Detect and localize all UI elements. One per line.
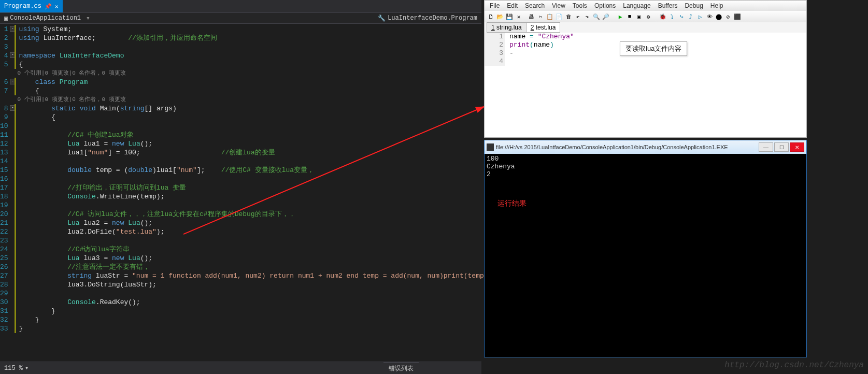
menu-buffers[interactable]: Buffers [655,1,681,10]
undo-icon[interactable]: ↶ [574,12,582,21]
file-tab[interactable]: 1 string.lua [487,22,527,33]
chevron-down-icon[interactable]: ▾ [25,364,29,372]
csharp-project-icon: ▣ [4,15,8,22]
close-button[interactable]: ✕ [790,142,804,152]
console-output: 100Czhenya2 [485,154,806,179]
nav-class[interactable]: 🔧 LuaInterfaceDemo.Program [374,15,481,22]
tab-bar: Program.cs 📌 ✕ [0,0,481,12]
lua-gutter: 1234 [485,33,505,66]
step-over-icon[interactable]: ⤵ [668,12,676,21]
pin-icon[interactable]: 📌 [45,3,52,10]
code-area[interactable]: using System;using LuaInterface; //添加引用，… [15,24,496,362]
stop-icon[interactable]: ■ [625,12,634,21]
line-gutter: 1-234-56-78-9101112131415161718192021222… [0,24,15,362]
result-annotation: 运行结果 [497,199,527,208]
error-list-tab[interactable]: 错误列表 [383,362,419,374]
watermark: http://blog.csdn.net/Czhenya [724,361,864,370]
console-title-text: file:///H:/vs 2015/LuaIntfaceDemo/Consol… [496,144,759,150]
step-into-icon[interactable]: ⤷ [677,12,686,21]
debug-icon[interactable]: 🐞 [659,12,667,21]
console-window: file:///H:/vs 2015/LuaIntfaceDemo/Consol… [484,140,807,357]
redo-icon[interactable]: ↷ [583,12,591,21]
clear-icon[interactable]: ⊘ [724,12,732,21]
maximize-button[interactable]: ☐ [774,142,789,152]
stop-debug-icon[interactable]: ⬛ [733,12,742,21]
menu-view[interactable]: View [549,1,568,10]
zoom-level[interactable]: 115 % [4,365,23,372]
terminal-icon[interactable]: ▣ [635,12,643,21]
callout-annotation: 要读取lua文件内容 [620,41,687,56]
save-icon[interactable]: 💾 [505,12,514,21]
console-titlebar[interactable]: file:///H:/vs 2015/LuaIntfaceDemo/Consol… [485,140,806,154]
menu-help[interactable]: Help [707,1,727,10]
print-icon[interactable]: 🖶 [527,12,535,21]
minimize-button[interactable]: — [759,142,773,152]
menu-debug[interactable]: Debug [681,1,706,10]
search-icon[interactable]: 🔍 [592,12,601,21]
close-icon[interactable]: ✕ [515,12,523,21]
breakpoint-icon[interactable]: ⬤ [715,12,723,21]
step-out-icon[interactable]: ⤴ [687,12,695,21]
menu-language[interactable]: Language [620,1,653,10]
continue-icon[interactable]: ▷ [696,12,704,21]
nav-project[interactable]: ▣ ConsoleApplication1 [0,15,85,22]
lua-editor-window: FileEditSearchViewToolsOptionsLanguageBu… [484,0,807,138]
lua-code[interactable]: name = "Czhenya"print(name)- [505,33,574,66]
tab-title: Program.cs [4,3,41,10]
close-icon[interactable]: ✕ [55,3,59,10]
chevron-down-icon[interactable]: ▾ [85,14,91,22]
menu-tools[interactable]: Tools [570,1,590,10]
file-tabs: 1 string.lua2 test.lua [485,22,806,33]
class-icon: 🔧 [378,15,386,22]
menu-edit[interactable]: Edit [504,1,521,10]
navigation-bar: ▣ ConsoleApplication1 ▾ 🔧 LuaInterfaceDe… [0,12,481,24]
toolbar: 🗋 📂 💾 ✕ 🖶 ✂ 📋 📄 🗑 ↶ ↷ 🔍 🔎 ▶ ■ ▣ ⚙ 🐞 ⤵ ⤷ … [485,11,806,22]
open-file-icon[interactable]: 📂 [496,12,504,21]
menu-options[interactable]: Options [591,1,619,10]
delete-icon[interactable]: 🗑 [564,12,573,21]
visual-studio-editor: Program.cs 📌 ✕ ▣ ConsoleApplication1 ▾ 🔧… [0,0,481,374]
build-icon[interactable]: ⚙ [644,12,652,21]
file-tab[interactable]: Program.cs 📌 ✕ [0,0,63,12]
paste-icon[interactable]: 📄 [555,12,563,21]
file-tab[interactable]: 2 test.lua [526,22,561,33]
menubar: FileEditSearchViewToolsOptionsLanguageBu… [485,1,806,11]
menu-search[interactable]: Search [522,1,548,10]
cut-icon[interactable]: ✂ [536,12,545,21]
replace-icon[interactable]: 🔎 [602,12,610,21]
new-file-icon[interactable]: 🗋 [487,12,495,21]
watch-icon[interactable]: 👁 [705,12,714,21]
copy-icon[interactable]: 📋 [546,12,554,21]
run-icon[interactable]: ▶ [616,12,624,21]
app-icon [487,143,494,151]
menu-file[interactable]: File [487,1,503,10]
code-editor[interactable]: 1-234-56-78-9101112131415161718192021222… [0,24,481,362]
